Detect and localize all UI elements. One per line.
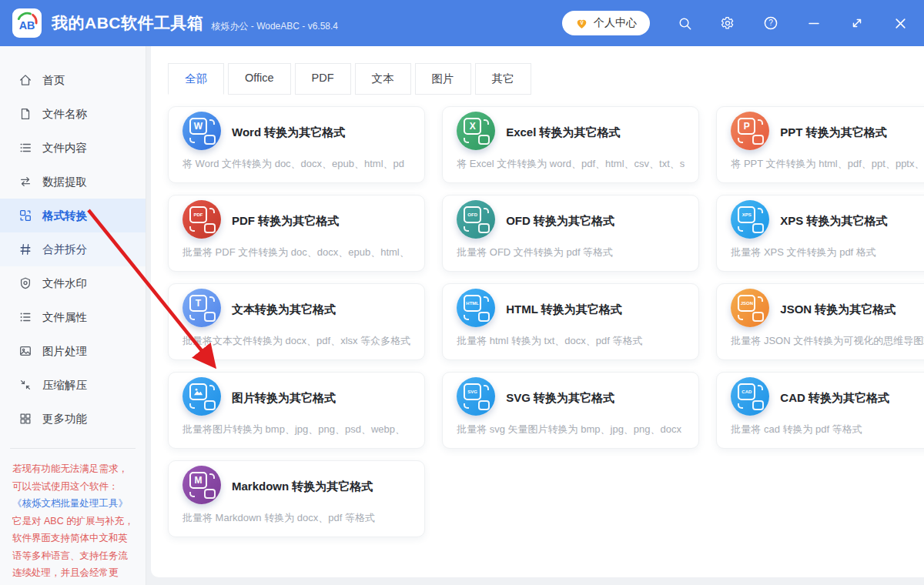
card-title: Markdown 转换为其它格式: [232, 480, 373, 494]
sidebar-item-label: 文件名称: [42, 107, 87, 122]
sidebar-item-home[interactable]: 首页: [0, 63, 146, 97]
card-head: JSONJSON 转换为其它格式: [731, 292, 924, 327]
sidebar-item-label: 文件内容: [42, 141, 87, 155]
card-text-convert[interactable]: T文本转换为其它格式批量将文本文件转换为 docx、pdf、xlsx 等众多格式: [168, 283, 425, 360]
convert-arrow-icon: [209, 296, 215, 302]
card-xps-convert[interactable]: XPSXPS 转换为其它格式批量将 XPS 文件转换为 pdf 格式: [716, 195, 924, 272]
convert-arrow-icon: [464, 226, 469, 232]
file-attr-icon: [18, 310, 32, 324]
card-svg-convert[interactable]: SVGSVG 转换为其它格式批量将 svg 矢量图片转换为 bmp、jpg、pn…: [442, 372, 699, 449]
format-doc-glyph: T: [189, 295, 207, 312]
sidebar-item-compress[interactable]: 压缩解压: [0, 368, 146, 402]
tab-office[interactable]: Office: [228, 63, 291, 95]
card-json-convert[interactable]: JSONJSON 转换为其它格式批量将 JSON 文件转换为可视化的思维导图或其…: [716, 283, 924, 360]
resize-icon[interactable]: [849, 15, 865, 32]
card-head: WWord 转换为其它格式: [182, 115, 410, 150]
sidebar-item-merge-split[interactable]: 合并拆分: [0, 232, 146, 266]
content-area: 全部OfficePDF文本图片其它 WWord 转换为其它格式将 Word 文件…: [146, 46, 924, 585]
card-title: HTML 转换为其它格式: [506, 303, 622, 317]
card-description: 批量将 cad 转换为 pdf 等格式: [731, 423, 924, 436]
tool-card-grid: WWord 转换为其它格式将 Word 文件转换为 doc、docx、epub、…: [168, 106, 924, 537]
card-title: XPS 转换为其它格式: [780, 214, 887, 229]
card-image-convert[interactable]: 图片转换为其它格式批量将图片转换为 bmp、jpg、png、psd、webp、: [168, 372, 425, 449]
card-markdown-convert[interactable]: MMarkdown 转换为其它格式批量将 Markdown 转换为 docx、p…: [168, 460, 425, 537]
format-doc-glyph: OFD: [464, 206, 481, 223]
sidebar-item-label: 压缩解压: [42, 378, 87, 393]
sidebar-item-format-convert[interactable]: 格式转换: [0, 199, 146, 232]
sidebar-nav: 首页文件名称文件内容数据提取格式转换合并拆分文件水印文件属性图片处理压缩解压更多…: [0, 46, 146, 436]
sidebar-item-label: 数据提取: [42, 175, 87, 189]
target-doc-glyph: [204, 135, 216, 145]
target-doc-glyph: [752, 312, 764, 322]
card-description: 将 Word 文件转换为 doc、docx、epub、html、pd: [182, 157, 410, 171]
card-title: CAD 转换为其它格式: [780, 391, 889, 406]
tab-other[interactable]: 其它: [475, 63, 531, 95]
home-icon: [18, 73, 32, 87]
card-description: 批量将 html 转换为 txt、docx、pdf 等格式: [457, 334, 685, 348]
format-doc-glyph: M: [189, 472, 207, 489]
file-name-icon: [18, 107, 32, 121]
sidebar-item-file-name[interactable]: 文件名称: [0, 97, 146, 131]
card-pdf-convert[interactable]: PDFPDF 转换为其它格式批量将 PDF 文件转换为 doc、docx、epu…: [168, 195, 425, 272]
card-ofd-convert[interactable]: OFDOFD 转换为其它格式批量将 OFD 文件转换为 pdf 等格式: [442, 195, 699, 272]
sidebar-item-more[interactable]: 更多功能: [0, 402, 146, 436]
user-center-button[interactable]: V 个人中心: [562, 11, 650, 35]
watermark-icon: [18, 276, 32, 290]
sidebar-item-image-process[interactable]: 图片处理: [0, 334, 146, 368]
convert-arrow-icon: [758, 208, 763, 213]
card-html-convert[interactable]: HTMLHTML 转换为其它格式批量将 html 转换为 txt、docx、pd…: [442, 283, 699, 360]
svg-text:?: ?: [768, 18, 773, 27]
target-doc-glyph: [478, 400, 490, 410]
app-logo-text: AB: [19, 19, 35, 32]
sidebar-item-file-content[interactable]: 文件内容: [0, 131, 146, 165]
tab-text[interactable]: 文本: [355, 63, 411, 95]
tab-all[interactable]: 全部: [168, 63, 224, 95]
card-title: PDF 转换为其它格式: [232, 214, 339, 229]
word-convert-icon: W: [182, 112, 221, 150]
compress-icon: [18, 378, 32, 392]
convert-arrow-icon: [758, 119, 763, 125]
more-icon: [18, 412, 32, 426]
help-icon[interactable]: ?: [762, 15, 779, 32]
convert-arrow-icon: [189, 403, 195, 409]
settings-icon[interactable]: [719, 15, 736, 32]
sidebar-item-label: 合并拆分: [42, 242, 87, 257]
convert-arrow-icon: [189, 492, 195, 497]
card-cad-convert[interactable]: CADCAD 转换为其它格式批量将 cad 转换为 pdf 等格式: [716, 372, 924, 449]
markdown-convert-icon: M: [182, 466, 221, 504]
sidebar-item-watermark[interactable]: 文件水印: [0, 266, 146, 300]
target-doc-glyph: [478, 312, 490, 322]
card-head: CADCAD 转换为其它格式: [731, 381, 924, 416]
tab-image[interactable]: 图片: [415, 63, 471, 95]
user-center-label: 个人中心: [594, 16, 637, 30]
sidebar-item-label: 首页: [42, 73, 65, 88]
minimize-icon[interactable]: [805, 15, 822, 32]
notice-link[interactable]: 《核烁文档批量处理工具》: [12, 498, 128, 509]
category-tabs: 全部OfficePDF文本图片其它: [168, 63, 924, 95]
file-content-icon: [18, 141, 32, 155]
card-description: 批量将文本文件转换为 docx、pdf、xlsx 等众多格式: [182, 334, 410, 348]
card-description: 将 Excel 文件转换为 word、pdf、html、csv、txt、s: [457, 157, 685, 171]
target-doc-glyph: [204, 400, 216, 410]
image-process-icon: [18, 344, 32, 358]
card-head: T文本转换为其它格式: [182, 292, 410, 327]
format-doc-glyph: SVG: [464, 383, 481, 400]
ofd-convert-icon: OFD: [457, 200, 495, 239]
convert-arrow-icon: [738, 226, 743, 232]
card-ppt-convert[interactable]: PPPT 转换为其它格式将 PPT 文件转换为 html、pdf、ppt、ppt…: [716, 106, 924, 183]
card-word-convert[interactable]: WWord 转换为其它格式将 Word 文件转换为 doc、docx、epub、…: [168, 106, 425, 183]
convert-arrow-icon: [209, 473, 215, 479]
sidebar-item-file-attr[interactable]: 文件属性: [0, 300, 146, 334]
sidebar-notice: 若现有功能无法满足需求，可以尝试使用这个软件： 《核烁文档批量处理工具》 它是对…: [10, 448, 136, 585]
card-head: XPSXPS 转换为其它格式: [731, 204, 924, 239]
card-head: HTMLHTML 转换为其它格式: [457, 292, 685, 327]
sidebar-item-data-extract[interactable]: 数据提取: [0, 165, 146, 199]
tab-pdf[interactable]: PDF: [295, 63, 351, 95]
search-icon[interactable]: [676, 15, 693, 32]
close-icon[interactable]: [892, 15, 909, 32]
card-excel-convert[interactable]: XExcel 转换为其它格式将 Excel 文件转换为 word、pdf、htm…: [442, 106, 699, 183]
format-doc-glyph: JSON: [738, 295, 755, 312]
target-doc-glyph: [204, 312, 216, 322]
sidebar-item-label: 格式转换: [42, 209, 87, 223]
app-subtitle: 核烁办公 - WodeABC - v6.58.4: [212, 14, 339, 33]
